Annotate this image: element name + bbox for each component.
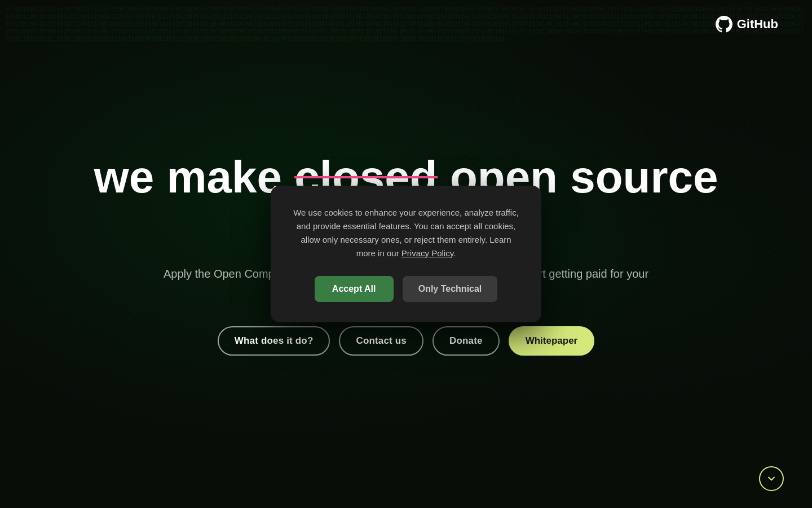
cookie-modal: We use cookies to enhance your experienc…	[271, 186, 541, 322]
only-technical-button[interactable]: Only Technical	[403, 276, 498, 302]
cookie-description: We use cookies to enhance your experienc…	[293, 206, 519, 260]
privacy-policy-link[interactable]: Privacy Policy	[401, 248, 453, 258]
cookie-modal-overlay: We use cookies to enhance your experienc…	[0, 0, 812, 508]
cookie-period: .	[453, 248, 456, 258]
accept-all-button[interactable]: Accept All	[315, 276, 394, 302]
cookie-buttons: Accept All Only Technical	[293, 276, 519, 302]
